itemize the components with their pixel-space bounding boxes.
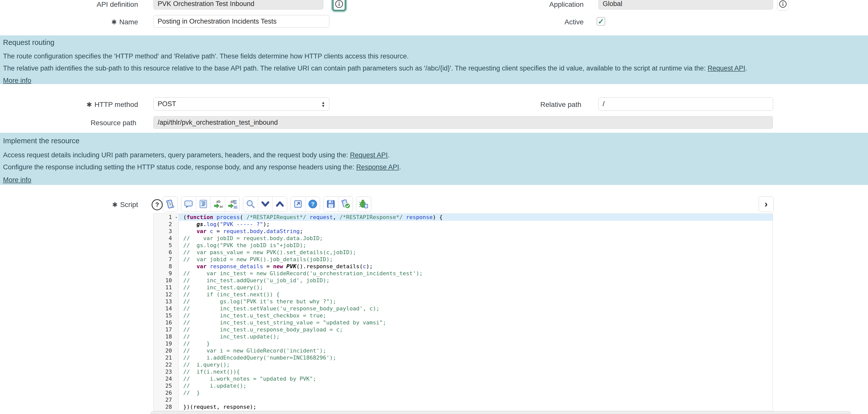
api-definition-field[interactable]: PVK Orchestration Test Inbound (153, 0, 323, 9)
editor-expand-button[interactable]: › (758, 196, 774, 212)
section-title: Implement the resource (3, 133, 868, 145)
relative-path-input[interactable]: / (598, 97, 773, 110)
line-number: 3 (154, 228, 179, 235)
mandatory-icon: ✱ (86, 101, 92, 108)
code-line[interactable]: 20// var i = new GlideRecord('incident')… (154, 347, 773, 354)
response-api-link[interactable]: Response API (356, 163, 399, 171)
code-line[interactable]: 27 (154, 396, 773, 404)
fold-arrow-icon[interactable]: ▾ (175, 214, 177, 221)
code-line[interactable]: 6// var pass_value = new PVK().set_detai… (154, 249, 773, 256)
code-text: // i.query(); (179, 361, 773, 368)
format-code-icon (198, 199, 208, 210)
line-number: 5 (154, 242, 179, 249)
section-text: Configure the response including setting… (3, 163, 868, 171)
code-line[interactable]: 17// inc_test.u_response_body_payload = … (154, 326, 773, 333)
code-text: // inc_test.query(); (179, 284, 773, 291)
code-line[interactable]: 18// inc_test.update(); (154, 333, 773, 340)
code-text: // } (179, 340, 773, 347)
code-text: // if (inc_test.next()) { (179, 291, 773, 298)
code-line[interactable]: 22// i.query(); (154, 361, 773, 368)
syntax-editor-button[interactable] (163, 197, 178, 212)
open-window-button[interactable] (291, 197, 305, 212)
code-line[interactable]: 23// if(i.next()){ (154, 368, 773, 375)
request-api-link[interactable]: Request API (708, 64, 745, 72)
section-title: Request routing (3, 35, 868, 47)
code-line[interactable]: 25// i.update(); (154, 382, 773, 389)
line-number: 16 (154, 319, 179, 326)
code-line[interactable]: 9// var inc_test = new GlideRecord('u_or… (154, 270, 773, 277)
replace-button[interactable]: abac (210, 197, 225, 212)
line-number: 11 (154, 284, 179, 291)
application-info-button[interactable] (777, 0, 789, 10)
code-line[interactable]: 11// inc_test.query(); (154, 284, 773, 291)
code-line[interactable]: 7// var jobid = new PVK().job_details(jo… (154, 256, 773, 263)
save-icon (326, 199, 336, 210)
code-line[interactable]: 16// inc_test.u_test_string_value = "upd… (154, 319, 773, 326)
toolbar-group: abacabac (181, 196, 240, 212)
active-checkbox[interactable]: ✓ (597, 17, 605, 26)
more-info-link[interactable]: More info (3, 77, 31, 84)
api-definition-info-button[interactable] (332, 0, 346, 11)
format-code-button[interactable] (196, 197, 210, 212)
code-line[interactable]: 26// } (154, 389, 773, 396)
relative-path-label: Relative path (540, 101, 581, 109)
code-line[interactable]: 15// inc_test.u_test_checkbox = true; (154, 312, 773, 319)
code-text: // var inc_test = new GlideRecord('u_orc… (179, 270, 773, 277)
syntax-check-icon (341, 199, 351, 210)
code-line[interactable]: 13// gs.log("PVK it's there but why ?"); (154, 298, 773, 305)
code-line[interactable]: 24// i.work_notes = "updated by PVK"; (154, 375, 773, 382)
comment-button[interactable] (181, 197, 196, 212)
script-help-icon[interactable]: ? (152, 199, 163, 210)
code-line[interactable]: 4// var jobID = request.body.data.JobID; (154, 235, 773, 242)
replace-all-button[interactable]: abac (225, 197, 240, 212)
code-text: gs.log("PVK ----- ?"); (179, 221, 773, 228)
name-input[interactable]: Posting in Orchestration Incidents Tests (153, 15, 329, 28)
code-line[interactable]: 2 gs.log("PVK ----- ?"); (154, 221, 773, 228)
code-text: // if(i.next()){ (179, 368, 773, 375)
line-number: 1▾ (154, 214, 179, 221)
code-line[interactable]: 1▾(function process( /*RESTAPIRequest*/ … (154, 214, 773, 221)
info-icon (335, 0, 343, 9)
script-label: ✱Script (112, 201, 138, 209)
comment-icon (184, 199, 193, 210)
mandatory-icon: ✱ (112, 201, 118, 209)
request-routing-section: Request routing The route configuration … (0, 35, 868, 84)
code-line[interactable]: 21// i.addEncodedQuery('number=INC186829… (154, 354, 773, 361)
resource-path-field[interactable]: /api/thlr/pvk_orchestration_test_inbound (153, 116, 773, 129)
replace-all-icon: abac (227, 199, 238, 210)
name-label: ✱Name (112, 18, 138, 26)
code-line[interactable]: 14// inc_test.setValue('u_response_body_… (154, 305, 773, 312)
code-line[interactable]: 28})(request, response); (154, 404, 773, 411)
find-previous-button[interactable] (272, 197, 287, 212)
code-text: // i.addEncodedQuery('number=INC1868296'… (179, 354, 773, 361)
code-text: // inc_test.addQuery('u_job_id', jobID); (179, 277, 773, 284)
code-line[interactable]: 8 var response_details = new PVK().respo… (154, 263, 773, 270)
code-line[interactable]: 12// if (inc_test.next()) { (154, 291, 773, 298)
find-next-button[interactable] (258, 197, 272, 212)
section-text: Access request details including URI pat… (3, 151, 868, 159)
request-api-link[interactable]: Request API (350, 151, 388, 159)
code-line[interactable]: 5// gs.log("PVK the jobID is"+jobID); (154, 242, 773, 249)
more-info-link[interactable]: More info (3, 176, 31, 184)
api-definition-label: API definition (97, 0, 138, 8)
toolbar-group (243, 196, 287, 212)
code-line[interactable]: 10// inc_test.addQuery('u_job_id', jobID… (154, 277, 773, 284)
http-method-label: ✱HTTP method (86, 101, 138, 109)
syntax-check-button[interactable] (338, 197, 353, 212)
section-text: The route configuration specifies the 'H… (3, 52, 868, 60)
search-button[interactable] (243, 197, 258, 212)
application-field[interactable]: Global (598, 0, 773, 9)
line-number: 24 (154, 375, 179, 382)
script-editor[interactable]: 1▾(function process( /*RESTAPIRequest*/ … (153, 214, 773, 411)
more-info: More info (3, 76, 868, 85)
http-method-select[interactable]: POST ▲▼ (153, 97, 329, 110)
save-button[interactable] (323, 197, 338, 212)
toolbar-group (356, 196, 371, 212)
code-line[interactable]: 19// } (154, 340, 773, 347)
code-text: // } (179, 389, 773, 396)
scripted-rest-resource-form: API definition PVK Orchestration Test In… (0, 0, 868, 414)
next-section-edge (151, 411, 851, 414)
code-line[interactable]: 3 var c = request.body.dataString; (154, 228, 773, 235)
editor-help-button[interactable]: ? (305, 197, 320, 212)
debug-button[interactable] (356, 197, 371, 212)
